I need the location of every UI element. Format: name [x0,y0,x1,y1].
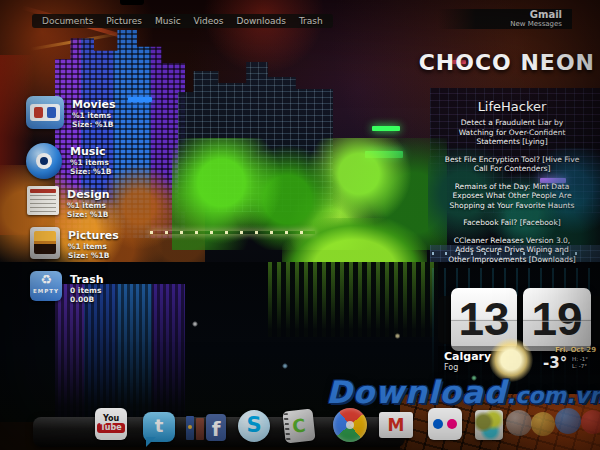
contacts-books-icon[interactable] [186,416,204,440]
sidebar-item-count: %1 items [72,111,115,120]
book-spine [186,416,194,440]
sidebar-item-label: Pictures [68,230,119,242]
sidebar-item-trash[interactable]: ♻ EMPTY Trash 0 items 0.00B [30,271,104,304]
twitter-icon[interactable]: t [143,412,175,442]
facebook-icon[interactable]: f [206,414,226,441]
sidebar-item-pictures[interactable]: Pictures %1 items Size: %1B [30,227,119,260]
sidebar-item-label: Movies [72,99,115,111]
stack-red-icon[interactable] [581,410,600,434]
menubar-item-documents[interactable]: Documents [42,16,93,26]
watermark-main: Download [326,374,507,410]
sidebar-item-count: %1 items [70,158,111,167]
sidebar-item-size: 0.00B [70,295,104,304]
book-spine [196,418,204,440]
sidebar-item-labels: Design %1 items Size: %1B [67,186,110,219]
sidebar-item-label: Design [67,189,110,201]
sidebar-item-size: Size: %1B [68,251,119,260]
newspaper-icon [27,186,59,215]
sidebar-item-labels: Movies %1 items Size: %1B [72,96,115,129]
weather-temperature: -3° [543,354,567,372]
skype-icon[interactable]: S [238,410,270,442]
gmail-widget-title: Gmail [438,10,562,20]
stack-yellow-icon[interactable] [531,412,555,436]
menubar-tab[interactable] [120,0,144,5]
notes-icon[interactable]: C [282,409,315,444]
sidebar-item-size: Size: %1B [67,210,110,219]
theme-title: CHOCO NEON [419,50,595,75]
music-icon [26,143,62,179]
menubar: Documents Pictures Music Videos Download… [32,14,333,28]
google-icon[interactable] [333,408,367,442]
photo-frame-icon [30,227,60,259]
feed-item[interactable]: CCleaner Releases Version 3.0, Adds Secu… [444,236,580,265]
stack-blue-icon[interactable] [555,408,581,434]
sidebar-item-count: 0 items [70,286,104,295]
sidebar-item-labels: Trash 0 items 0.00B [70,271,104,304]
sidebar-item-label: Trash [70,274,104,286]
gmail-icon[interactable]: M [379,412,413,438]
sidebar-item-size: Size: %1B [72,120,115,129]
weather-condition: Fog [444,363,458,372]
youtube-icon[interactable]: You Tube [95,408,127,440]
clock-minutes-card: 19 [523,288,591,351]
wallpaper-path-lights [150,231,315,234]
sidebar-item-count: %1 items [68,242,119,251]
menubar-item-music[interactable]: Music [155,16,181,26]
sidebar-item-movies[interactable]: Movies %1 items Size: %1B [26,96,115,129]
trash-empty-badge: EMPTY [30,288,62,295]
photos-icon[interactable] [475,410,503,440]
watermark-suffix: .com.vn [507,383,600,408]
weather-low: L: -7° [572,363,588,370]
neon-sign [128,97,152,102]
neon-sign [372,126,400,131]
sidebar-item-design[interactable]: Design %1 items Size: %1B [27,186,110,219]
feed-item[interactable]: Best File Encryption Tool? [Hive Five Ca… [444,155,580,174]
sidebar-item-labels: Music %1 items Size: %1B [70,143,111,176]
menubar-item-downloads[interactable]: Downloads [236,16,285,26]
feed-item[interactable]: Remains of the Day: Mint Data Exposes Wh… [444,182,580,211]
gmail-widget[interactable]: Gmail New Messages [438,9,572,29]
menubar-item-trash[interactable]: Trash [299,16,323,26]
weather-date: Fri. Oct 29 [538,346,596,354]
rss-feed: Detect a Fraudulent Liar by Watching for… [432,118,592,272]
sidebar-item-count: %1 items [67,201,110,210]
wallpaper-green-mound [282,218,427,268]
feed-header: LifeHacker [432,99,592,114]
sidebar-item-labels: Pictures %1 items Size: %1B [68,227,119,260]
menubar-item-pictures[interactable]: Pictures [106,16,142,26]
weather-high-low: H: -1° L: -7° [572,356,588,370]
gmail-widget-status: New Messages [438,20,562,28]
sidebar-item-label: Music [70,146,111,158]
trash-icon: ♻ EMPTY [30,271,62,301]
stack-gray-icon[interactable] [506,410,532,436]
sidebar-item-size: Size: %1B [70,167,111,176]
movies-icon [26,96,64,129]
menubar-item-videos[interactable]: Videos [194,16,224,26]
weather-high: H: -1° [572,356,588,363]
feed-item[interactable]: Facebook Fail? [Facebook] [444,218,580,228]
flickr-icon[interactable] [428,408,462,440]
recycle-icon: ♻ [30,271,62,288]
youtube-icon-text: You [103,415,119,423]
sidebar-item-music[interactable]: Music %1 items Size: %1B [26,143,111,179]
feed-item[interactable]: Detect a Fraudulent Liar by Watching for… [444,118,580,147]
youtube-icon-text: Tube [97,423,124,433]
weather-city: Calgary [444,350,491,363]
desktop: Documents Pictures Music Videos Download… [0,0,600,450]
site-watermark: Download .com.vn [326,374,600,410]
